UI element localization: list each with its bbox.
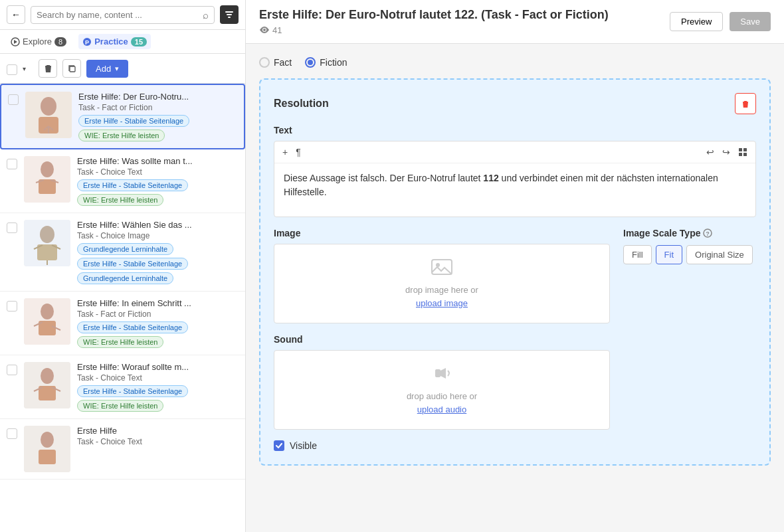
tag: Erste Hilfe - Stabile Seitenlage — [77, 321, 188, 333]
item-checkbox[interactable] — [7, 222, 17, 233]
text-section-label: Text — [274, 125, 756, 135]
preview-button[interactable]: Preview — [670, 12, 723, 31]
image-drop-text: drop image here or upload image — [405, 284, 478, 310]
item-subtitle: Task - Choice Text — [77, 167, 239, 177]
editor-toolbar: + ¶ ↩ ↪ — [274, 141, 755, 163]
tag: Grundlegende Lerninhalte — [77, 243, 173, 255]
paragraph-icon[interactable]: ¶ — [294, 145, 302, 159]
item-info: Erste Hilfe: Der Euro-Notru... Task - Fa… — [78, 92, 237, 141]
checkbox-dropdown[interactable]: ▾ — [23, 63, 33, 74]
fiction-radio[interactable]: Fiction — [305, 57, 347, 68]
tag: Erste Hilfe - Stabile Seitenlage — [77, 179, 188, 191]
svg-rect-0 — [225, 11, 233, 13]
left-panel: ← ⌕ Explore 8 P — [0, 0, 246, 532]
redo-icon[interactable]: ↪ — [721, 145, 732, 159]
resolution-header: Resolution — [274, 93, 756, 114]
item-info: Erste Hilfe Task - Choice Text — [77, 426, 239, 449]
practice-badge: 15 — [131, 37, 147, 46]
svg-rect-41 — [743, 153, 747, 156]
search-icon: ⌕ — [203, 9, 209, 21]
image-drop-zone[interactable]: drop image here or upload image — [274, 244, 610, 323]
scale-fit-button[interactable]: Fit — [656, 245, 682, 264]
tag: WIE: Erste Hilfe leisten — [77, 194, 163, 206]
trash-icon — [741, 99, 750, 108]
svg-text:?: ? — [706, 230, 710, 237]
resolution-delete-button[interactable] — [735, 93, 756, 114]
item-title: Erste Hilfe: Was sollte man t... — [77, 156, 239, 166]
image-placeholder-icon — [431, 258, 452, 276]
visible-checkbox[interactable] — [274, 440, 284, 451]
trash-icon — [44, 64, 52, 73]
resolution-title: Resolution — [274, 98, 329, 110]
tag: Grundlegende Lerninhalte — [77, 272, 173, 284]
delete-button[interactable] — [39, 59, 57, 78]
item-checkbox[interactable] — [7, 365, 17, 375]
header-actions: Preview Save — [670, 12, 771, 31]
list-item[interactable]: Erste Hilfe: Der Euro-Notru... Task - Fa… — [0, 84, 245, 149]
back-button[interactable]: ← — [7, 5, 25, 24]
item-subtitle: Task - Choice Image — [77, 231, 239, 240]
fiction-radio-circle — [305, 57, 316, 68]
save-button[interactable]: Save — [730, 12, 771, 31]
tab-explore[interactable]: Explore 8 — [7, 34, 70, 49]
add-chevron-icon: ▾ — [115, 64, 119, 73]
item-checkbox[interactable] — [7, 159, 17, 169]
undo-icon[interactable]: ↩ — [705, 145, 716, 159]
svg-point-43 — [436, 263, 440, 267]
svg-rect-40 — [739, 153, 742, 156]
list-item[interactable]: Erste Hilfe: Was sollte man t... Task - … — [0, 149, 245, 213]
text-editor: + ¶ ↩ ↪ — [274, 141, 756, 217]
tag: Erste Hilfe - Stabile Seitenlage — [78, 115, 189, 127]
page-title: Erste Hilfe: Der Euro-Notruf lautet 122.… — [259, 8, 609, 22]
add-button[interactable]: Add ▾ — [86, 60, 128, 78]
item-subtitle: Task - Fact or Fiction — [77, 310, 239, 319]
svg-rect-37 — [39, 450, 56, 464]
svg-point-26 — [41, 304, 54, 319]
item-checkbox[interactable] — [8, 94, 19, 105]
duplicate-button[interactable] — [62, 59, 81, 78]
upload-image-link[interactable]: upload image — [416, 298, 468, 308]
item-checkbox[interactable] — [7, 428, 17, 439]
fact-radio[interactable]: Fact — [259, 57, 292, 68]
checkmark-icon — [276, 443, 282, 448]
item-thumbnail — [24, 362, 70, 408]
action-bar: ▾ Add ▾ — [0, 54, 245, 84]
list-item[interactable]: Erste Hilfe: Wählen Sie das ... Task - C… — [0, 213, 245, 292]
scale-original-button[interactable]: Original Size — [686, 245, 753, 264]
right-header: Erste Hilfe: Der Euro-Notruf lautet 122.… — [246, 0, 784, 44]
list-item[interactable]: Erste Hilfe: In einem Schritt ... Task -… — [0, 292, 245, 355]
back-icon: ← — [11, 9, 21, 20]
col-left: Image drop image here or upload image — [274, 228, 610, 430]
visible-row: Visible — [274, 440, 756, 451]
tag: WIE: Erste Hilfe leisten — [78, 130, 165, 141]
scale-fill-button[interactable]: Fill — [623, 245, 652, 264]
editor-content[interactable]: Diese Aussage ist falsch. Der Euro-Notru… — [274, 163, 755, 217]
title-area: Erste Hilfe: Der Euro-Notruf lautet 122.… — [259, 8, 609, 35]
add-label: Add — [96, 64, 111, 74]
svg-marker-4 — [14, 40, 17, 44]
item-tags: Erste Hilfe - Stabile Seitenlage WIE: Er… — [77, 179, 239, 206]
layout-icon — [738, 147, 747, 157]
svg-rect-2 — [228, 17, 231, 18]
fact-fiction-radio-group: Fact Fiction — [259, 57, 771, 68]
upload-audio-link[interactable]: upload audio — [417, 404, 466, 414]
svg-rect-39 — [743, 148, 747, 151]
select-all-checkbox[interactable] — [7, 64, 17, 75]
item-tags: Erste Hilfe - Stabile Seitenlage WIE: Er… — [78, 115, 237, 141]
svg-text:P: P — [85, 39, 89, 46]
filter-button[interactable] — [220, 5, 239, 24]
item-title: Erste Hilfe: Wählen Sie das ... — [77, 220, 239, 230]
practice-label: Practice — [94, 37, 128, 46]
grid-icon[interactable] — [737, 146, 749, 158]
item-checkbox[interactable] — [7, 301, 17, 311]
search-input[interactable] — [37, 10, 199, 20]
explore-label: Explore — [23, 37, 52, 46]
item-subtitle: Task - Choice Text — [77, 437, 239, 446]
tab-practice[interactable]: P Practice 15 — [78, 34, 151, 49]
list-item[interactable]: Erste Hilfe: Worauf sollte m... Task - C… — [0, 355, 245, 419]
list-item[interactable]: Erste Hilfe Task - Choice Text — [0, 419, 245, 480]
item-thumbnail — [24, 156, 70, 203]
audio-drop-zone[interactable]: drop audio here or upload audio — [274, 350, 610, 430]
add-icon[interactable]: + — [281, 145, 289, 159]
tag: WIE: Erste Hilfe leisten — [77, 336, 163, 348]
